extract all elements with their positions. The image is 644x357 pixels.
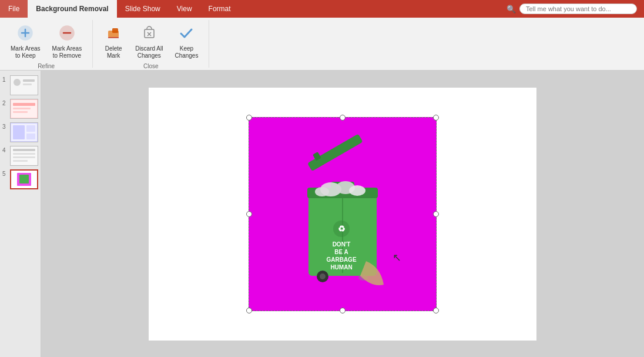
- tab-slide-show[interactable]: Slide Show: [117, 0, 169, 18]
- slide-thumb-5: [10, 169, 38, 189]
- garbage-image-area: ♻ DON'T BE A GARBAGE HUMAN: [249, 117, 437, 311]
- keep-changes-button[interactable]: KeepChanges: [170, 22, 203, 62]
- tab-format[interactable]: Format: [200, 0, 239, 18]
- eraser-icon: [105, 25, 122, 44]
- svg-text:♻: ♻: [338, 224, 346, 233]
- search-icon: 🔍: [507, 5, 516, 14]
- mark-remove-label: Mark Areasto Remove: [52, 45, 82, 59]
- svg-point-12: [14, 79, 21, 86]
- slide-num-1: 1: [2, 75, 8, 83]
- slide-num-5: 5: [2, 169, 8, 177]
- slide-item-1[interactable]: 1: [2, 75, 38, 95]
- svg-text:BE A: BE A: [334, 249, 348, 255]
- slide-panel: 1 2 3: [0, 71, 41, 357]
- refine-group: Mark Areasto Keep Mark Areasto Remove Re…: [0, 20, 93, 68]
- svg-text:GARBAGE: GARBAGE: [326, 256, 356, 263]
- slide-thumb-2: [10, 99, 38, 119]
- svg-rect-17: [13, 108, 31, 109]
- discard-changes-button[interactable]: Discard AllChanges: [130, 22, 167, 62]
- refine-group-label: Refine: [38, 62, 55, 69]
- slide-item-3[interactable]: 3: [2, 122, 38, 142]
- slide-thumb-4: [10, 146, 38, 166]
- svg-point-44: [320, 273, 326, 279]
- tab-view[interactable]: View: [169, 0, 200, 18]
- slide-num-2: 2: [2, 99, 8, 106]
- tab-background-removal[interactable]: Background Removal: [28, 0, 116, 18]
- slide-item-5[interactable]: 5: [2, 169, 38, 189]
- mark-areas-keep-button[interactable]: Mark Areasto Keep: [6, 22, 45, 62]
- svg-rect-26: [13, 156, 35, 158]
- svg-rect-6: [112, 28, 118, 33]
- canvas-area: ♻ DON'T BE A GARBAGE HUMAN: [41, 71, 644, 357]
- svg-rect-24: [13, 149, 35, 151]
- search-input[interactable]: [519, 4, 637, 14]
- discard-icon: [141, 25, 157, 44]
- close-buttons: DeleteMark Discard AllChanges: [99, 22, 203, 62]
- svg-rect-31: [307, 134, 363, 171]
- svg-rect-21: [26, 125, 35, 132]
- minus-circle-icon: [59, 25, 75, 44]
- svg-rect-50: [390, 267, 398, 291]
- mark-areas-remove-button[interactable]: Mark Areasto Remove: [48, 22, 87, 62]
- svg-rect-13: [23, 79, 35, 82]
- slide-item-4[interactable]: 4: [2, 146, 38, 166]
- slide-thumb-3: [10, 122, 38, 142]
- close-group-label: Close: [143, 62, 159, 69]
- svg-point-48: [349, 185, 365, 196]
- slide-num-4: 4: [2, 146, 8, 154]
- ribbon-tabs-bar: File Background Removal Slide Show View …: [0, 0, 644, 18]
- keep-changes-label: KeepChanges: [175, 45, 198, 59]
- svg-rect-22: [26, 134, 35, 139]
- slide-thumb-1: [10, 75, 38, 95]
- delete-mark-button[interactable]: DeleteMark: [99, 22, 128, 62]
- ribbon-toolbar: Mark Areasto Keep Mark Areasto Remove Re…: [0, 18, 644, 71]
- svg-rect-14: [23, 84, 32, 85]
- ribbon-search-area: 🔍: [499, 0, 644, 18]
- svg-text:HUMAN: HUMAN: [330, 264, 352, 271]
- svg-rect-16: [13, 103, 35, 106]
- svg-rect-20: [13, 125, 25, 139]
- svg-point-49: [315, 187, 329, 196]
- svg-rect-30: [19, 175, 29, 183]
- main-layout: 1 2 3: [0, 71, 644, 357]
- delete-mark-label: DeleteMark: [105, 45, 122, 59]
- plus-circle-icon: [17, 25, 33, 44]
- svg-text:DON'T: DON'T: [333, 241, 351, 248]
- discard-changes-label: Discard AllChanges: [135, 45, 163, 59]
- svg-rect-27: [13, 160, 28, 162]
- slide-num-3: 3: [2, 122, 8, 130]
- svg-rect-18: [13, 111, 28, 113]
- tab-file[interactable]: File: [0, 0, 28, 18]
- image-selection[interactable]: ♻ DON'T BE A GARBAGE HUMAN: [249, 117, 437, 311]
- checkmark-icon: [178, 25, 194, 44]
- garbage-bin-svg: ♻ DON'T BE A GARBAGE HUMAN: [278, 126, 407, 302]
- close-group: DeleteMark Discard AllChanges: [93, 20, 209, 68]
- svg-rect-25: [13, 153, 35, 155]
- mark-keep-label: Mark Areasto Keep: [11, 45, 41, 59]
- refine-buttons: Mark Areasto Keep Mark Areasto Remove: [6, 22, 86, 62]
- slide-canvas: ♻ DON'T BE A GARBAGE HUMAN: [149, 88, 536, 341]
- slide-item-2[interactable]: 2: [2, 99, 38, 119]
